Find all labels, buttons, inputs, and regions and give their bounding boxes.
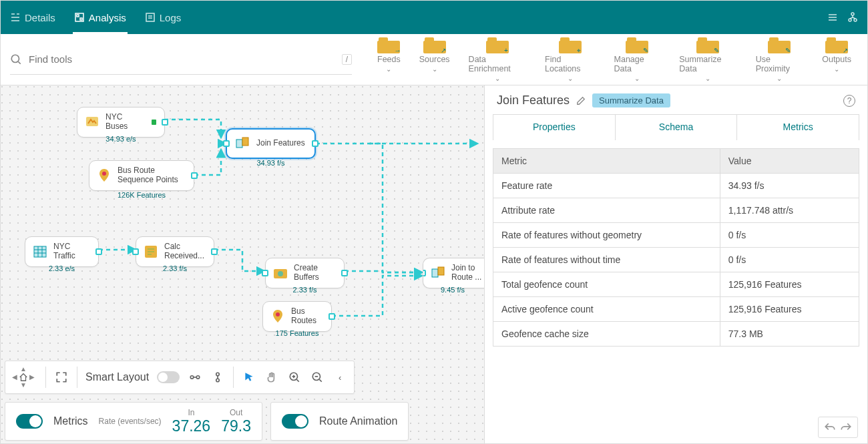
node-label: NYC Traffic (53, 242, 90, 261)
route-animation-toggle[interactable] (282, 414, 308, 429)
search-input[interactable] (29, 49, 335, 69)
svg-point-19 (190, 376, 194, 379)
tab-metrics[interactable]: Metrics (737, 115, 859, 140)
node-meta: 34.93 f/s (226, 159, 316, 167)
out-value: 79.3 (221, 417, 251, 435)
node-label: Join to Route ... (451, 264, 484, 282)
toolcat-feeds[interactable]: →Feeds⌄ (377, 37, 401, 82)
folder-icon: ✎ (626, 37, 648, 53)
svg-point-22 (216, 379, 220, 382)
svg-rect-12 (34, 246, 46, 257)
toolcat-find-locations[interactable]: ⌖Find Locations⌄ (545, 37, 595, 82)
metric-value: 0 f/s (720, 248, 859, 272)
metric-name: Active geofence count (493, 297, 720, 322)
table-row: Feature rate34.93 f/s (493, 174, 859, 198)
tab-properties[interactable]: Properties (493, 115, 616, 140)
node-join-to-route[interactable]: Join to Route ... (423, 258, 484, 288)
node-label: Bus Routes (291, 307, 323, 326)
toolcat-outputs[interactable]: ↗Outputs⌄ (822, 37, 851, 82)
node-nyc-buses[interactable]: NYC Buses (77, 107, 165, 138)
node-nyc-traffic[interactable]: NYC Traffic (25, 236, 99, 267)
node-meta: 2.33 f/s (136, 264, 214, 272)
toolcat-label: Outputs (822, 55, 851, 64)
svg-point-5 (849, 19, 851, 21)
metric-value: 0 f/s (720, 223, 859, 248)
toolcat-manage-data[interactable]: ✎Manage Data⌄ (614, 37, 661, 82)
svg-point-11 (102, 172, 106, 176)
chevron-down-icon: ⌄ (834, 65, 839, 73)
toolcat-sources[interactable]: ↗Sources⌄ (419, 37, 450, 82)
category-chip: Summarize Data (592, 93, 670, 107)
list-view-icon[interactable] (827, 12, 838, 23)
link-horizontal-icon[interactable] (188, 370, 202, 385)
smart-layout-toggle[interactable] (157, 371, 180, 383)
node-calc-received[interactable]: Calc Received... (136, 236, 214, 267)
hand-icon[interactable] (264, 370, 279, 385)
metrics-title: Metrics (53, 415, 88, 427)
metrics-toggle[interactable] (16, 414, 43, 429)
toolcat-use-proximity[interactable]: ✎Use Proximity⌄ (756, 37, 804, 82)
smart-layout-label: Smart Layout (85, 371, 149, 383)
table-row: Attribute rate1,117.748 attr/s (493, 198, 859, 223)
node-join-features[interactable]: Join Features (226, 128, 316, 159)
tab-schema[interactable]: Schema (616, 115, 738, 140)
tab-logs[interactable]: Logs (136, 1, 191, 34)
svg-point-21 (216, 373, 220, 376)
node-meta: 175 Features (262, 329, 332, 337)
analysis-canvas[interactable]: NYC Buses 34.93 e/s Join Features 34.93 … (1, 85, 484, 444)
table-row: Total geofence count125,916 Features (493, 272, 859, 297)
search-shortcut: / (342, 54, 352, 65)
zoom-in-icon[interactable] (287, 370, 302, 385)
join-icon (430, 264, 446, 282)
redo-icon[interactable] (840, 421, 852, 433)
folder-icon: → (377, 37, 400, 53)
table-row: Rate of features without geometry0 f/s (493, 223, 859, 248)
folder-icon: ✎ (696, 37, 719, 53)
zoom-out-icon[interactable] (310, 370, 324, 385)
svg-rect-17 (432, 269, 438, 277)
pan-right-icon[interactable]: ▶ (29, 374, 35, 381)
node-meta: 2.33 f/s (265, 286, 345, 294)
node-create-buffers[interactable]: Create Buffers (265, 258, 345, 288)
node-seq-points[interactable]: Bus Route Sequence Points (89, 160, 194, 191)
model-tree-icon[interactable] (847, 12, 858, 23)
side-panel: Join Features Summarize Data ? Propertie… (484, 85, 867, 444)
undo-icon[interactable] (824, 421, 836, 433)
route-animation-label: Route Animation (319, 415, 397, 427)
top-navbar: Details Analysis Logs (1, 1, 867, 34)
chevron-down-icon: ⌄ (495, 75, 500, 82)
pan-down-icon[interactable]: ▼ (20, 382, 27, 389)
edit-icon[interactable] (576, 96, 586, 105)
feed-icon (84, 114, 100, 131)
marker-icon (96, 167, 112, 184)
panel-title: Join Features (497, 93, 570, 107)
link-vertical-icon[interactable] (210, 370, 225, 385)
node-bus-routes[interactable]: Bus Routes (262, 301, 332, 332)
buffer-icon (272, 264, 288, 282)
chevron-left-icon[interactable]: ‹ (333, 370, 347, 385)
node-meta: 2.33 e/s (25, 264, 99, 272)
toolcat-label: Summarize Data (679, 55, 736, 73)
side-panel-tabs: Properties Schema Metrics (493, 114, 859, 140)
chevron-down-icon: ⌄ (432, 65, 437, 73)
metric-name: Feature rate (493, 174, 720, 198)
route-animation-panel: Route Animation (270, 402, 409, 441)
home-icon[interactable] (19, 373, 28, 382)
tab-details[interactable]: Details (1, 1, 65, 34)
pan-left-icon[interactable]: ◀ (12, 374, 17, 381)
analysis-icon (74, 12, 85, 23)
toolcat-data-enrichment[interactable]: +Data Enrichment⌄ (469, 37, 526, 82)
toolcat-summarize-data[interactable]: ✎Summarize Data⌄ (679, 37, 736, 82)
metric-value: 77.3 MB (720, 322, 859, 347)
tool-search[interactable]: / (10, 44, 352, 75)
pan-up-icon[interactable]: ▲ (20, 366, 27, 373)
folder-icon: ✎ (768, 37, 791, 53)
col-value: Value (720, 149, 859, 174)
help-icon[interactable]: ? (843, 95, 855, 107)
svg-point-20 (196, 376, 200, 379)
pointer-icon[interactable] (242, 370, 256, 385)
tab-analysis[interactable]: Analysis (65, 1, 136, 34)
fit-icon[interactable] (54, 370, 69, 385)
toolcat-label: Feeds (377, 55, 401, 64)
metrics-footer: Metrics Rate (events/sec) In37.26 Out79.… (5, 402, 409, 441)
